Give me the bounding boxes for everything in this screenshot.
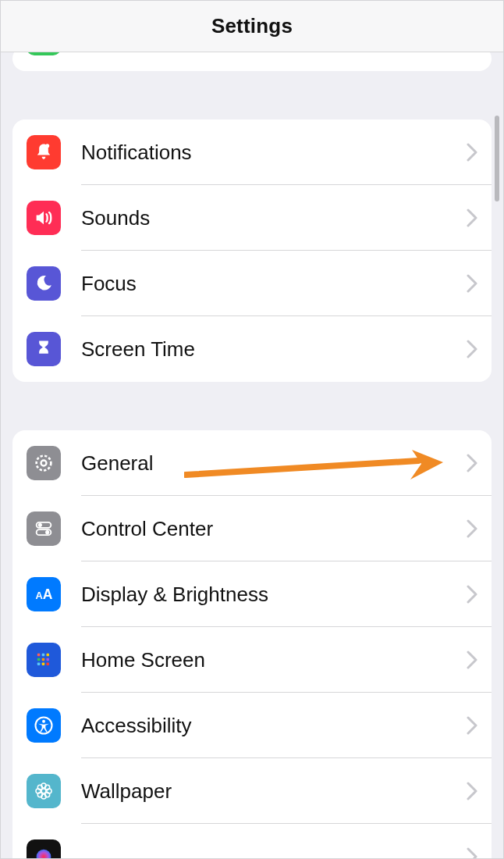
settings-row-display[interactable]: AA Display & Brightness: [12, 561, 492, 627]
chevron-right-icon: [467, 340, 477, 358]
settings-row-label: Control Center: [61, 517, 467, 541]
svg-point-2: [41, 461, 47, 466]
settings-row-label: Sounds: [61, 206, 467, 230]
svg-rect-11: [47, 654, 50, 657]
svg-text:A: A: [43, 586, 53, 602]
chevron-right-icon: [467, 454, 477, 472]
chevron-right-icon: [467, 650, 477, 669]
chevron-right-icon: [467, 519, 477, 538]
svg-rect-13: [42, 658, 45, 661]
svg-rect-14: [47, 658, 50, 661]
settings-row-label: Focus: [61, 272, 467, 296]
settings-row-controlcenter[interactable]: Control Center: [12, 496, 492, 561]
svg-point-1: [37, 456, 51, 471]
settings-row-partial[interactable]: [12, 52, 492, 71]
svg-rect-10: [42, 654, 45, 657]
svg-point-19: [42, 720, 45, 723]
settings-group-2: General Control Center AA Display & Brig…: [12, 430, 492, 859]
settings-row-label: Home Screen: [61, 648, 467, 672]
svg-point-0: [45, 144, 49, 148]
hourglass-icon: [27, 332, 61, 366]
scrollbar-indicator: [495, 116, 499, 201]
text-size-icon: AA: [27, 577, 61, 611]
settings-row-label: Wallpaper: [61, 779, 467, 804]
siri-orb-icon: [27, 839, 61, 859]
partial-icon: [27, 52, 61, 55]
svg-rect-12: [37, 658, 41, 661]
svg-rect-16: [42, 663, 45, 666]
chevron-right-icon: [467, 274, 477, 293]
settings-row-sounds[interactable]: Sounds: [12, 185, 492, 251]
chevron-right-icon: [467, 716, 477, 735]
settings-row-focus[interactable]: Focus: [12, 251, 492, 316]
chevron-right-icon: [467, 782, 477, 800]
settings-row-accessibility[interactable]: Accessibility: [12, 693, 492, 758]
person-circle-icon: [27, 708, 61, 743]
settings-row-label: Accessibility: [61, 714, 467, 738]
settings-row-label: Display & Brightness: [61, 583, 467, 607]
settings-row-label: Screen Time: [61, 337, 467, 362]
switches-icon: [27, 511, 61, 546]
apps-grid-icon: [27, 643, 61, 677]
chevron-right-icon: [467, 209, 477, 227]
svg-rect-15: [37, 663, 41, 666]
speaker-icon: [27, 201, 61, 235]
settings-group-1: Notifications Sounds Focus: [12, 119, 492, 382]
header: Settings: [0, 0, 504, 52]
settings-row-general[interactable]: General: [12, 430, 492, 496]
chevron-right-icon: [467, 585, 477, 604]
svg-text:A: A: [36, 590, 43, 601]
settings-scroll[interactable]: Notifications Sounds Focus: [0, 52, 504, 859]
settings-row-homescreen[interactable]: Home Screen: [12, 627, 492, 693]
svg-point-4: [38, 523, 42, 527]
settings-row-notifications[interactable]: Notifications: [12, 119, 492, 185]
bell-icon: [27, 135, 61, 169]
chevron-right-icon: [467, 143, 477, 162]
moon-icon: [27, 266, 61, 301]
settings-group-0: [12, 52, 492, 71]
page-title: Settings: [211, 14, 293, 38]
settings-row-siri[interactable]: [12, 824, 492, 859]
svg-rect-9: [37, 654, 41, 657]
flower-icon: [27, 774, 61, 808]
settings-row-label: General: [61, 451, 467, 476]
chevron-right-icon: [467, 847, 477, 859]
svg-point-6: [45, 530, 49, 534]
settings-row-wallpaper[interactable]: Wallpaper: [12, 758, 492, 824]
settings-row-label: Notifications: [61, 141, 467, 165]
svg-rect-17: [47, 663, 50, 666]
svg-point-29: [37, 850, 51, 859]
settings-row-screentime[interactable]: Screen Time: [12, 316, 492, 382]
gear-icon: [27, 446, 61, 480]
